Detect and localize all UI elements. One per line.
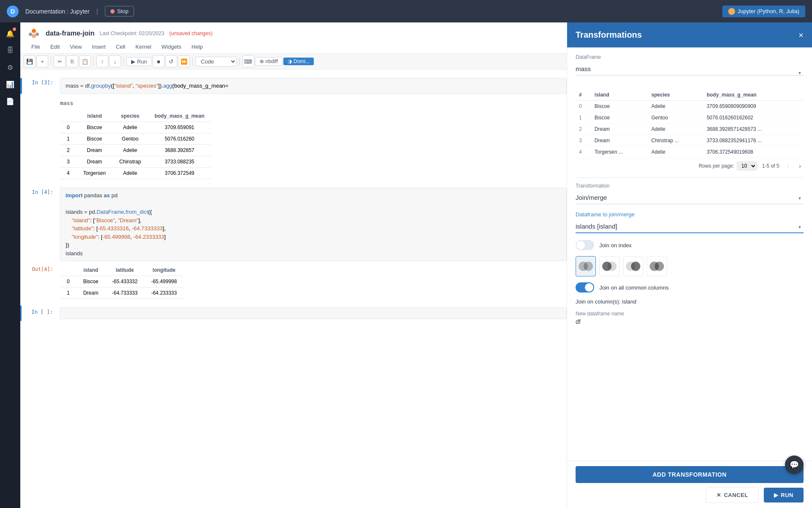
cell-empty-content[interactable]: [60, 307, 567, 319]
paste-button[interactable]: 📋: [79, 55, 91, 67]
toolbar-sep-5: [239, 57, 240, 66]
join-type-inner-button[interactable]: [576, 256, 596, 276]
toolbar-sep-2: [93, 57, 94, 66]
col-header-idx: [60, 110, 77, 122]
sidebar-icon-database[interactable]: 🗄: [3, 43, 18, 58]
code-4-line-2: [66, 200, 561, 208]
col-header-body-mass: body_mass_g_mean: [148, 110, 211, 122]
run-button[interactable]: ▶ Run: [126, 57, 152, 66]
preview-col-island: island: [591, 89, 648, 101]
rows-per-page-select[interactable]: 10 25 50: [737, 161, 757, 171]
restart-button[interactable]: ↺: [165, 55, 177, 67]
run-button-footer[interactable]: ▶ RUN: [764, 488, 804, 502]
prev-page-button[interactable]: ‹: [785, 162, 792, 170]
join-type-outer-button[interactable]: [647, 256, 667, 276]
add-cell-button[interactable]: +: [36, 55, 48, 67]
sidebar-icon-alert[interactable]: 🔔: [3, 26, 18, 41]
menu-file[interactable]: File: [27, 43, 44, 51]
transformation-select[interactable]: Join/merge Filter Sort GroupBy: [576, 191, 804, 204]
table-row: 3 Dream Chinstrap ... 3733.0882352941176…: [576, 135, 804, 146]
chart-icon: 📊: [6, 80, 14, 88]
domi-button[interactable]: ◑ Domi...: [283, 58, 314, 65]
keyboard-shortcuts-button[interactable]: ⌨: [242, 55, 254, 67]
notebook-title[interactable]: data-frame-join: [46, 30, 95, 37]
sidebar-icon-chart[interactable]: 📊: [3, 77, 18, 92]
table-row: 0BiscoeAdelie3709.659091: [60, 122, 211, 133]
stop-label: Stop: [117, 8, 129, 14]
menu-help[interactable]: Help: [187, 43, 207, 51]
footer-actions: ✕ CANCEL ▶ RUN: [576, 487, 804, 503]
menu-widgets[interactable]: Widgets: [157, 43, 186, 51]
cell-3-code[interactable]: mass = df.groupby(["island", "species"])…: [60, 78, 567, 94]
table-row: 0Biscoe-65.433332-65.499998: [60, 276, 184, 287]
save-button[interactable]: 💾: [24, 55, 36, 67]
menu-insert[interactable]: Insert: [88, 43, 110, 51]
env-label: Jupyter (Python, R, Julia): [738, 8, 799, 14]
join-type-right-button[interactable]: [623, 256, 643, 276]
join-types-row: [576, 256, 804, 276]
join-dataframe-label: Dataframe to join/merge: [576, 211, 804, 218]
new-df-name-label: New dataframe name: [576, 311, 804, 317]
dataframe-select[interactable]: mass islands df: [576, 63, 804, 76]
cut-button[interactable]: ✂: [54, 55, 66, 67]
cancel-button[interactable]: ✕ CANCEL: [706, 487, 759, 503]
cell-type-select[interactable]: Code Markdown Raw: [195, 57, 237, 66]
col-header-lat: latitude: [105, 265, 145, 276]
jupyter-env-icon: [728, 8, 735, 15]
col-header-lon: longitude: [144, 265, 184, 276]
cell-empty-code[interactable]: [60, 307, 567, 319]
transformation-label: Transformation: [576, 183, 804, 189]
cell-empty: In [ ]:: [20, 306, 567, 321]
menu-view[interactable]: View: [66, 43, 86, 51]
dataframe-label: DataFrame: [576, 54, 804, 60]
table-row: 2 Dream Adelie 3688.3928571428573 ...: [576, 124, 804, 135]
copy-button[interactable]: ⎘: [66, 55, 78, 67]
toolbar-sep-4: [192, 57, 193, 66]
main-area: 🔔 🗄 ⚙ 📊 📄: [0, 22, 812, 508]
outer-join-icon: [649, 261, 664, 271]
stop-button[interactable]: Stop: [105, 6, 134, 17]
join-dataframe-select[interactable]: islands [island] mass df: [576, 220, 804, 233]
cell-4-out-prompt: Out[4]:: [22, 265, 60, 299]
app-logo: D: [7, 6, 19, 17]
code-4-line-7: }): [66, 241, 561, 249]
stop-icon: [110, 9, 115, 14]
inner-join-icon: [578, 261, 593, 271]
menu-cell[interactable]: Cell: [112, 43, 129, 51]
cancel-icon: ✕: [716, 492, 721, 498]
sidebar-icon-file[interactable]: 📄: [3, 94, 18, 109]
cell-empty-prompt: In [ ]:: [22, 307, 60, 319]
join-type-left-button[interactable]: [599, 256, 620, 276]
sidebar-icon-settings[interactable]: ⚙: [3, 60, 18, 75]
join-all-columns-toggle[interactable]: [576, 282, 594, 293]
add-transformation-button[interactable]: ADD TRANSFORMATION: [576, 466, 804, 483]
cell-4-content[interactable]: import pandas as pd islands = pd.DataFra…: [60, 188, 567, 261]
cell-4-output-content: island latitude longitude 0Biscoe-65.433…: [60, 265, 567, 299]
move-down-button[interactable]: ↓: [109, 55, 121, 67]
env-indicator[interactable]: Jupyter (Python, R, Julia): [722, 6, 805, 17]
join-on-index-toggle[interactable]: [576, 240, 594, 250]
move-up-button[interactable]: ↑: [96, 55, 108, 67]
table-row: 0 Biscoe Adelie 3709.6590909090909: [576, 101, 804, 112]
close-panel-button[interactable]: ×: [798, 31, 804, 39]
cell-3-content[interactable]: mass = df.groupby(["island", "species"])…: [60, 78, 567, 94]
notebook-checkpoint: Last Checkpoint: 02/20/2023: [100, 30, 165, 36]
code-4-line-1: import pandas as pd: [66, 191, 561, 200]
col-header-island2: island: [77, 265, 105, 276]
cell-4: In [4]: import pandas as pd islands = pd…: [20, 186, 567, 263]
next-page-button[interactable]: ›: [796, 162, 804, 170]
menu-kernel[interactable]: Kernel: [131, 43, 156, 51]
cell-4-code[interactable]: import pandas as pd islands = pd.DataFra…: [60, 188, 567, 261]
menu-edit[interactable]: Edit: [46, 43, 64, 51]
fast-forward-button[interactable]: ⏩: [178, 55, 190, 67]
toolbar-sep-3: [123, 57, 124, 66]
join-dataframe-field: Dataframe to join/merge islands [island]…: [576, 211, 804, 233]
join-all-columns-row: Join on all common columns: [576, 282, 804, 293]
chat-bubble-button[interactable]: 💬: [785, 456, 804, 474]
stop-kernel-button[interactable]: ■: [153, 55, 165, 67]
table-row: 1BiscoeGentoo5076.016260: [60, 133, 211, 145]
nbdiff-button[interactable]: ⊕ nbdiff: [255, 57, 283, 66]
section-divider: [576, 177, 804, 178]
topbar: D Documentation : Jupyter | Stop Jupyter…: [0, 0, 812, 22]
join-column-label: Join on column(s): island: [576, 298, 804, 305]
